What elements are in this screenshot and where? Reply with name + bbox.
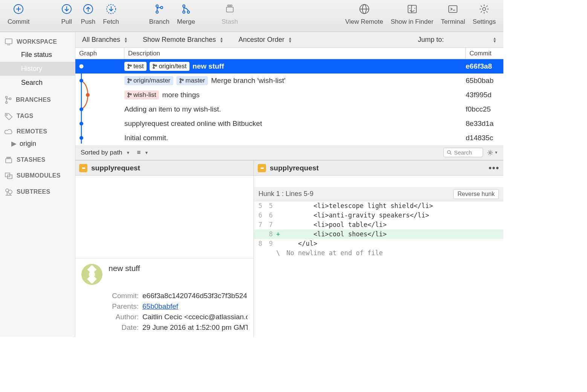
sidebar-tags-head[interactable]: TAGS	[0, 110, 75, 122]
svg-point-34	[8, 157, 9, 158]
view-remote-button[interactable]: View Remote	[341, 2, 387, 26]
svg-point-18	[231, 5, 232, 6]
plus-circle-icon	[12, 2, 25, 16]
commit-hash: f0bcc25	[466, 105, 503, 113]
diff-search-input[interactable]: Search	[443, 148, 483, 157]
merge-icon	[179, 2, 193, 16]
filter-remote-branches[interactable]: Show Remote Branches▲▼	[143, 36, 223, 44]
commit-message: more things	[162, 91, 199, 99]
svg-rect-22	[408, 5, 416, 13]
gear-icon	[487, 149, 494, 156]
svg-point-12	[183, 5, 185, 7]
sidebar-item-history[interactable]: History	[0, 62, 75, 76]
commit-row[interactable]: supplyrequest created online with Bitbuc…	[75, 116, 503, 131]
sidebar-stashes-head[interactable]: STASHES	[0, 154, 75, 166]
commit-message: Merge branch 'wish-list'	[211, 77, 285, 85]
svg-point-13	[183, 11, 185, 13]
branch-button[interactable]: Branch	[145, 2, 173, 26]
commit-graph	[75, 59, 124, 145]
main: All Branches▲▼ Show Remote Branches▲▼ An…	[75, 32, 503, 337]
svg-point-60	[180, 81, 181, 83]
fetch-button[interactable]: Fetch	[99, 2, 123, 26]
svg-point-62	[128, 93, 129, 94]
diff-line: 89 </ul>	[254, 239, 503, 248]
commit-hash: d14835c	[466, 134, 503, 142]
chevron-right-icon: ▶	[11, 139, 17, 148]
svg-point-57	[128, 81, 129, 83]
svg-point-25	[483, 8, 486, 11]
parent-link[interactable]: 65b0babfef	[142, 302, 178, 310]
push-button[interactable]: Push	[77, 2, 99, 26]
commit-detail: new stuff Commit: e66f3a8c1420746d53f3c7…	[75, 258, 254, 337]
branch-badge: origin/master	[124, 76, 173, 85]
file-modified-icon: •••	[258, 164, 266, 172]
filter-branches[interactable]: All Branches▲▼	[82, 36, 128, 44]
commit-message: supplyrequest created online with Bitbuc…	[124, 119, 262, 128]
svg-point-64	[130, 93, 131, 95]
commit-row[interactable]: Adding an item to my wish-list.f0bcc25	[75, 102, 503, 116]
svg-point-61	[182, 79, 183, 81]
merge-button[interactable]: Merge	[173, 2, 199, 26]
settings-button[interactable]: Settings	[469, 2, 500, 26]
show-in-finder-button[interactable]: Show in Finder	[387, 2, 437, 26]
sort-by-path[interactable]: Sorted by path ▼	[81, 149, 130, 156]
svg-line-66	[450, 153, 451, 155]
arrow-down-dashed-circle-icon	[104, 2, 118, 16]
chevron-down-icon: ▼	[144, 150, 148, 155]
diff-settings-button[interactable]: ▼	[487, 149, 498, 156]
commit-row[interactable]: wish-listmore things43f995d	[75, 88, 503, 102]
sidebar: WORKSPACE File status History Search BRA…	[0, 32, 75, 337]
stash-icon	[223, 2, 237, 16]
updown-icon: ▲▼	[124, 37, 128, 43]
sidebar-branches-head[interactable]: BRANCHES	[0, 93, 75, 106]
sidebar-item-search[interactable]: Search	[0, 76, 75, 90]
sidebar-subtrees-head[interactable]: SUBTREES	[0, 185, 75, 198]
branch-badge: test	[124, 62, 147, 71]
pull-button[interactable]: Pull	[56, 2, 77, 26]
commit-author: Caitlin Cecic <ccecic@atlassian.c	[142, 313, 248, 321]
svg-point-29	[6, 102, 8, 104]
col-graph[interactable]: Graph	[75, 48, 124, 59]
commit-row[interactable]: origin/mastermasterMerge branch 'wish-li…	[75, 74, 503, 88]
filter-order[interactable]: Ancestor Order▲▼	[238, 36, 292, 44]
svg-point-65	[448, 151, 451, 154]
col-description[interactable]: Description	[124, 48, 466, 59]
updown-icon: ▲▼	[493, 37, 497, 43]
commit-row[interactable]: Initial commit.d14835c	[75, 131, 503, 145]
svg-point-39	[8, 190, 12, 194]
svg-point-14	[187, 11, 190, 13]
file-sort-bar: Sorted by path ▼ ≡ ▼ Search ▼	[75, 145, 503, 160]
avatar	[81, 264, 102, 285]
monitor-icon	[5, 38, 13, 46]
svg-point-44	[79, 64, 84, 69]
sidebar-remotes-head[interactable]: REMOTES	[0, 126, 75, 137]
terminal-button[interactable]: Terminal	[437, 2, 469, 26]
branch-icon	[5, 96, 12, 104]
cloud-icon	[5, 128, 13, 135]
svg-point-52	[130, 65, 131, 66]
sidebar-item-file-status[interactable]: File status	[0, 48, 75, 62]
stash-button[interactable]: Stash	[218, 2, 242, 26]
sidebar-submodules-head[interactable]: SUBMODULES	[0, 170, 75, 182]
col-commit[interactable]: Commit	[466, 48, 503, 59]
view-mode[interactable]: ≡ ▼	[137, 149, 148, 156]
commit-button[interactable]: Commit	[4, 2, 34, 26]
svg-point-45	[79, 79, 83, 83]
file-header-left[interactable]: ••• supplyrequest	[75, 161, 254, 176]
terminal-icon	[446, 2, 460, 16]
sidebar-remote-origin[interactable]: ▶ origin	[0, 137, 75, 150]
commit-hash: 43f995d	[466, 91, 503, 99]
more-icon[interactable]: •••	[489, 163, 500, 173]
reverse-hunk-button[interactable]: Reverse hunk	[453, 189, 499, 199]
svg-point-11	[161, 6, 163, 9]
branch-icon	[153, 2, 166, 16]
file-header-right[interactable]: ••• supplyrequest •••	[254, 161, 503, 176]
svg-point-56	[128, 78, 129, 80]
filter-jump-to[interactable]: Jump to:▲▼	[418, 36, 497, 44]
svg-point-48	[79, 122, 83, 126]
sidebar-workspace-head[interactable]: WORKSPACE	[0, 36, 75, 48]
list-icon: ≡	[137, 149, 141, 156]
svg-point-28	[6, 96, 8, 98]
commit-row[interactable]: testorigin/testnew stuffe66f3a8	[75, 59, 503, 74]
diff-line: 66 <li>anti-gravity speakers</li>	[254, 211, 503, 220]
